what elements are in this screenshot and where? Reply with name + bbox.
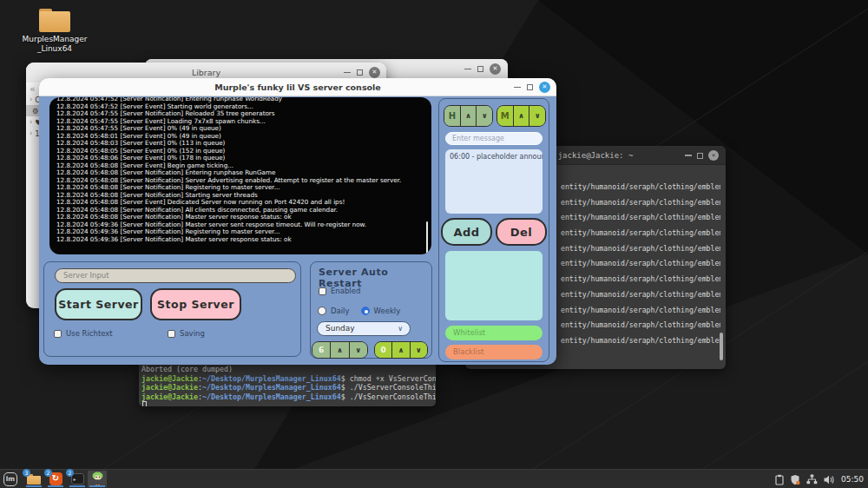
terminal-window-bottom[interactable]: Aborted (core dumped) jackie@Jackie:~/De… (139, 364, 436, 406)
use-richtext-checkbox[interactable] (54, 330, 62, 338)
terminal-prompt-line: jackie@Jackie:~/Desktop/MurplesManager_L… (141, 383, 436, 392)
close-icon[interactable]: ✕ (369, 67, 380, 78)
maximize-icon[interactable] (527, 84, 533, 90)
terminal-right-title: jackie@Jackie: ~ (558, 151, 634, 160)
maximize-icon[interactable] (697, 153, 703, 159)
day-select[interactable]: Sunday ∨ (317, 321, 411, 336)
taskbar-item-files[interactable]: 3 (24, 471, 43, 487)
terminal-output-line: entity/humanoid/seraph/clothing/emblem/b… (561, 320, 720, 336)
minimize-icon[interactable] (514, 87, 521, 89)
menu-button[interactable]: lm (3, 472, 17, 486)
window-count-badge: 3 (23, 469, 30, 477)
taskbar-item-terminal[interactable]: ▸ 2 (68, 471, 87, 487)
console-titlebar: Murple's funky lil VS server console (39, 78, 556, 96)
daily-label: Daily (331, 307, 350, 315)
active-underline (26, 485, 42, 487)
chevron-right-icon: › (30, 118, 32, 126)
use-richtext-label: Use Richtext (66, 329, 113, 338)
stop-server-button[interactable]: Stop Server (150, 288, 241, 320)
stepper-down-icon[interactable]: ∨ (349, 342, 367, 358)
enabled-checkbox[interactable] (319, 287, 326, 295)
server-log-console[interactable]: 12.8.2024 05:47:52 [Server Notification]… (49, 97, 431, 254)
clipboard-icon[interactable] (775, 474, 784, 485)
server-input[interactable]: Server Input (55, 268, 296, 283)
taskbar-item-game[interactable] (88, 471, 107, 487)
active-underline (69, 485, 85, 487)
terminal-output-line: entity/humanoid/seraph/clothing/emblem/b… (561, 198, 720, 214)
taskbar: lm 3 ↻ 2 ▸ 2 (0, 469, 868, 488)
prompt-user: jackie@Jackie (141, 392, 198, 401)
announcement-group: H ∧ ∨ M ∧ ∨ Enter message 06:00 - placeh… (438, 98, 549, 362)
weekly-label: Weekly (374, 307, 401, 315)
prompt-user: jackie@Jackie (141, 383, 198, 392)
terminal-prompt-line: jackie@Jackie:~/Desktop/MurplesManager_L… (141, 392, 436, 402)
desktop-icon-label-line1: MurplesManager (21, 35, 89, 44)
close-icon[interactable]: ✕ (708, 150, 719, 161)
stepper-up-icon[interactable]: ∧ (460, 106, 477, 126)
scrollbar-thumb[interactable] (426, 221, 428, 254)
enter-message-input[interactable]: Enter message (445, 132, 542, 145)
saving-checkbox[interactable] (168, 330, 175, 338)
daily-radio[interactable] (318, 307, 326, 315)
hour-value: 6 (312, 342, 330, 358)
terminal-cursor (142, 401, 147, 406)
whitelist-button[interactable]: Whitelist (445, 326, 542, 340)
hour-stepper[interactable]: H ∧ ∨ (444, 105, 493, 127)
prompt-path: ~/Desktop/MurplesManager_Linux64 (202, 392, 341, 401)
desktop-icon-murplesmanager[interactable]: MurplesManager _Linux64 (21, 9, 89, 54)
clock[interactable]: 05:50 (841, 475, 864, 484)
stepper-down-icon[interactable]: ∨ (410, 342, 427, 358)
chevron-down-icon: ∨ (398, 322, 403, 335)
maximize-icon[interactable] (477, 66, 483, 72)
prompt-user: jackie@Jackie (141, 374, 198, 383)
player-list[interactable] (445, 251, 542, 320)
terminal-output-line: entity/humanoid/seraph/clothing/emblem/b… (561, 228, 720, 244)
stepper-up-icon[interactable]: ∧ (513, 106, 529, 126)
library-title: Library (192, 68, 220, 77)
prompt-command: ./VsServerConsoleThingy (345, 383, 436, 392)
close-icon[interactable]: ✕ (490, 63, 501, 75)
minimize-icon[interactable] (685, 155, 692, 156)
add-button[interactable]: Add (441, 218, 492, 246)
auto-restart-group: Server Auto Restart Enabled Daily Weekly… (310, 261, 432, 359)
saving-label: Saving (180, 329, 205, 338)
network-icon[interactable] (806, 474, 818, 485)
window-count-badge: 2 (44, 469, 52, 477)
vs-server-console-window[interactable]: Murple's funky lil VS server console ✕ 1… (39, 78, 556, 365)
prompt-path: ~/Desktop/MurplesManager_Linux64 (202, 374, 341, 383)
close-icon[interactable]: ✕ (539, 82, 550, 93)
blacklist-button[interactable]: Blacklist (445, 345, 542, 359)
chevron-right-icon: › (30, 129, 32, 137)
restart-hour-stepper[interactable]: 6 ∧ ∨ (312, 341, 368, 359)
scrollbar-thumb[interactable] (720, 333, 723, 360)
enabled-label: Enabled (331, 287, 360, 295)
maximize-icon[interactable] (357, 69, 363, 76)
start-server-button[interactable]: Start Server (55, 288, 142, 320)
terminal-bottom-output: jackie@Jackie:~/Desktop/MurplesManager_L… (141, 374, 436, 402)
stepper-up-icon[interactable]: ∧ (391, 342, 409, 358)
weekly-radio[interactable] (361, 307, 370, 315)
stepper-up-icon[interactable]: ∧ (330, 342, 348, 358)
terminal-output-line: entity/humanoid/seraph/clothing/emblem/b… (561, 244, 720, 260)
server-control-group: Server Input Start Server Stop Server Us… (43, 261, 301, 357)
del-button[interactable]: Del (496, 218, 547, 246)
announcement-item[interactable]: 06:00 - placeholder announcement (450, 153, 542, 161)
day-select-value: Sunday (326, 324, 355, 333)
stepper-down-icon[interactable]: ∨ (529, 106, 545, 126)
taskbar-item-app[interactable]: ↻ 2 (46, 471, 65, 487)
stepper-down-icon[interactable]: ∨ (476, 106, 492, 126)
minimize-icon[interactable] (464, 69, 471, 70)
minute-stepper[interactable]: M ∧ ∨ (496, 105, 546, 127)
prompt-command: chmod +x VsServerConsoleThingy (345, 374, 436, 383)
announcement-list[interactable]: 06:00 - placeholder announcement (445, 149, 542, 214)
restart-minute-stepper[interactable]: 0 ∧ ∨ (374, 341, 428, 359)
chevron-right-icon: › (30, 96, 32, 103)
game-character-icon (91, 472, 104, 486)
volume-icon[interactable] (824, 475, 835, 485)
active-underline (89, 485, 105, 487)
library-tree-label: ⚙ (32, 107, 39, 115)
minimize-icon[interactable] (344, 72, 351, 74)
update-shield-icon[interactable] (790, 474, 800, 485)
system-tray: 05:50 (775, 470, 864, 488)
terminal-aborted-line: Aborted (core dumped) (141, 365, 436, 374)
